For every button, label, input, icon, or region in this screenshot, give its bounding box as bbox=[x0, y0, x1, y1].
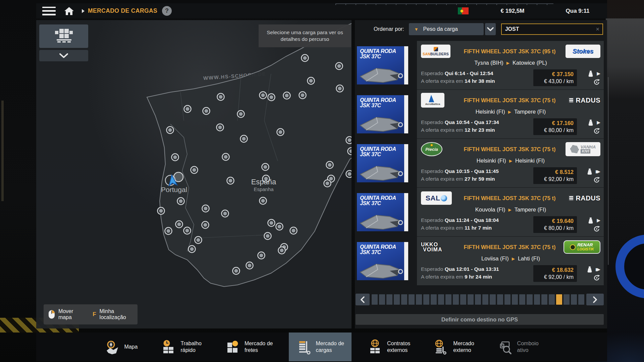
external-market-icon bbox=[434, 339, 449, 355]
page-square[interactable] bbox=[394, 294, 400, 305]
tab-mercado-de-fretes[interactable]: Mercado defretes bbox=[218, 333, 280, 361]
cargo-thumb-label: QUINTA RODAJSK 37C bbox=[360, 49, 396, 59]
page-square[interactable] bbox=[512, 294, 518, 305]
page-square[interactable] bbox=[372, 294, 378, 305]
page-square-active[interactable] bbox=[556, 294, 562, 305]
garage-wall-edge bbox=[608, 77, 609, 265]
page-square[interactable] bbox=[519, 294, 525, 305]
page-square[interactable] bbox=[423, 294, 429, 305]
home-icon[interactable] bbox=[63, 6, 75, 16]
page-square[interactable] bbox=[497, 294, 503, 305]
cargo-details: SAL FIFTH WHEEL JOST JSK 37C (75 t) RADU… bbox=[417, 188, 604, 236]
page-square[interactable] bbox=[379, 294, 385, 305]
cargo-row[interactable]: QUINTA RODAJSK 37C AeroBaltica FIFTH WHE… bbox=[357, 90, 604, 138]
cargo-flags: ▶ bbox=[580, 118, 600, 135]
cargo-price: € 37.150 bbox=[537, 71, 574, 77]
clear-search-icon[interactable]: × bbox=[596, 26, 599, 33]
cargo-times: Esperado Qua 12:01 - Qua 13:31 A oferta … bbox=[421, 265, 533, 282]
speed-icon: ▶ bbox=[597, 218, 600, 223]
page-square[interactable] bbox=[401, 294, 407, 305]
page-square[interactable] bbox=[386, 294, 392, 305]
job-dot-core bbox=[328, 163, 332, 167]
set-gps-destination-button[interactable]: Definir como destino no GPS bbox=[356, 314, 604, 325]
page-square[interactable] bbox=[475, 294, 481, 305]
page-square[interactable] bbox=[482, 294, 488, 305]
portugal-label: Portugal bbox=[161, 186, 187, 194]
search-box[interactable]: × bbox=[501, 23, 603, 35]
cargo-thumbnail: QUINTA RODAJSK 37C bbox=[357, 193, 408, 231]
cargo-times: Esperado Qua 11:24 - Qua 18:04 A oferta … bbox=[421, 216, 533, 233]
cargo-row[interactable]: QUINTA RODAJSK 37C Piecia FIFTH WHEEL JO… bbox=[357, 139, 604, 187]
job-dot-core bbox=[303, 56, 307, 60]
cargo-row[interactable]: QUINTA RODAJSK 37C UKKOVOIMA FIFTH WHEEL… bbox=[357, 237, 604, 285]
page-square[interactable] bbox=[445, 294, 451, 305]
next-page-button[interactable] bbox=[586, 294, 604, 305]
sort-label: Ordenar por: bbox=[374, 26, 404, 32]
page-square[interactable] bbox=[453, 294, 459, 305]
game-time: Qua 9:11 bbox=[557, 3, 598, 18]
cargo-thumbnail: QUINTA RODAJSK 37C bbox=[357, 46, 408, 84]
fifth-wheel-image bbox=[358, 64, 404, 83]
page-square[interactable] bbox=[549, 294, 555, 305]
cargo-row[interactable]: QUINTA RODAJSK 37C SANBUILDERS FIFTH WHE… bbox=[357, 41, 604, 89]
tab-mapa[interactable]: Mapa bbox=[97, 333, 145, 361]
page-square[interactable] bbox=[564, 294, 570, 305]
page-square[interactable] bbox=[527, 294, 533, 305]
pallet-cargo-icon bbox=[54, 28, 73, 44]
menu-icon[interactable] bbox=[42, 7, 56, 15]
job-dot-core bbox=[167, 229, 170, 233]
page-square[interactable] bbox=[504, 294, 511, 305]
price-box: € 8.512 € 92,00 / km bbox=[533, 167, 577, 184]
page-square[interactable] bbox=[409, 294, 415, 305]
page-square[interactable] bbox=[438, 294, 444, 305]
page-square[interactable] bbox=[490, 294, 496, 305]
sort-direction-button[interactable] bbox=[485, 23, 496, 35]
route-destination: Katowice (PL) bbox=[513, 60, 547, 66]
tab-contratos-externos[interactable]: Contratosexternos bbox=[360, 333, 418, 361]
collapse-button[interactable] bbox=[39, 50, 88, 61]
page-square[interactable] bbox=[541, 294, 547, 305]
prev-page-button[interactable] bbox=[356, 294, 370, 305]
cargo-rate: € 80,00 / km bbox=[537, 225, 574, 231]
job-dot-core bbox=[270, 221, 273, 225]
page-square[interactable] bbox=[534, 294, 540, 305]
shipper-logo: AeroBaltica bbox=[421, 93, 459, 108]
page-square[interactable] bbox=[416, 294, 422, 305]
page-square[interactable] bbox=[460, 294, 466, 305]
cargo-times: Esperado Qua 10:54 - Qua 17:34 A oferta … bbox=[421, 118, 533, 135]
player-money: € 192,5M bbox=[492, 3, 533, 18]
shipper-logo: SANBUILDERS bbox=[421, 45, 459, 58]
expires-in: 27 hr 59 min bbox=[465, 176, 495, 182]
tab-mercado-externo[interactable]: Mercadoexterno bbox=[426, 333, 481, 361]
tab-trabalho-rapido[interactable]: Trabalhorápido bbox=[154, 333, 209, 361]
page-square[interactable] bbox=[431, 294, 437, 305]
receiver-logo: RENARLOGISTIK bbox=[561, 240, 600, 254]
chevron-down-icon bbox=[487, 27, 494, 31]
job-dot-core bbox=[204, 223, 207, 227]
page-square[interactable] bbox=[571, 294, 577, 305]
page-square[interactable] bbox=[468, 294, 474, 305]
row-gap bbox=[408, 90, 417, 138]
route-destination: Lahti (FI) bbox=[518, 255, 540, 261]
page-square[interactable] bbox=[578, 294, 584, 305]
tab-mercado-de-cargas[interactable]: Mercado decargas bbox=[289, 333, 352, 361]
job-dot-core bbox=[218, 126, 222, 129]
job-dot-core bbox=[309, 79, 313, 83]
job-dot-core bbox=[219, 95, 223, 99]
cargo-filter-button[interactable] bbox=[39, 24, 88, 48]
breadcrumb: MERCADO DE CARGAS bbox=[88, 7, 157, 14]
cargo-title: FIFTH WHEEL JOST JSK 37C (75 t) bbox=[459, 146, 561, 153]
cargo-row[interactable]: QUINTA RODAJSK 37C SAL FIFTH WHEEL JOST … bbox=[357, 188, 604, 236]
cargo-rate: € 92,00 / km bbox=[537, 274, 574, 280]
shipper-logo: UKKOVOIMA bbox=[421, 242, 459, 252]
sort-dropdown[interactable]: ▼ Peso da carga bbox=[409, 23, 484, 35]
iberia-map bbox=[36, 20, 352, 328]
cargo-price: € 19.640 bbox=[537, 218, 574, 224]
receiver-logo: RADUS bbox=[561, 97, 600, 104]
help-icon[interactable]: ? bbox=[162, 6, 172, 16]
expires-in: 14 hr 38 min bbox=[465, 78, 495, 84]
route-origin: Kouvola (FI) bbox=[475, 206, 505, 213]
weight-icon bbox=[586, 168, 593, 175]
globe-icon bbox=[441, 195, 447, 201]
search-input[interactable] bbox=[502, 26, 593, 32]
